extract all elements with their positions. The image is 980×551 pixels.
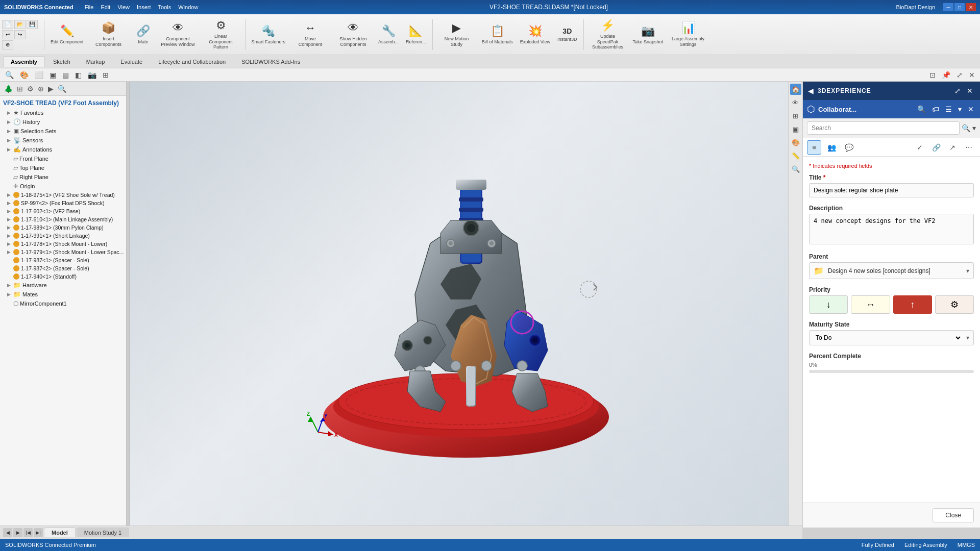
viewport[interactable]: Z X Y 🏠 👁 ⊞ ▣ 🎨 📏 🔍 <box>130 82 802 528</box>
undo-button[interactable]: ↩ <box>2 30 13 39</box>
tab-sketch[interactable]: Sketch <box>45 56 78 67</box>
configurations-icon[interactable]: ⚙ <box>26 84 35 94</box>
tree-item-mirror[interactable]: ▶ ⬡ MirrorComponent1 <box>5 299 126 308</box>
rp-close-button[interactable]: ✕ <box>965 86 975 96</box>
snap-button[interactable]: ⊕ <box>2 40 13 49</box>
toolbar-mate[interactable]: 🔗 Mate <box>131 16 156 53</box>
toolbar-component-preview[interactable]: 👁 Component Preview Window <box>157 16 199 53</box>
tree-item-part4[interactable]: ▶ 1-17-610<1> (Main Linkage Assembly) <box>5 215 126 223</box>
tab-evaluate[interactable]: Evaluate <box>113 56 150 67</box>
vs-view-icon[interactable]: 👁 <box>790 97 801 108</box>
tree-item-right-plane[interactable]: ▶ ▱ Right Plane <box>5 172 126 182</box>
sec-section-icon[interactable]: ◧ <box>73 70 84 80</box>
tree-item-part3[interactable]: ▶ 1-17-602<1> (VF2 Base) <box>5 207 126 215</box>
tree-item-part7[interactable]: ▶ 1-17-978<1> (Shock Mount - Lower) <box>5 240 126 248</box>
tab-nav-first[interactable]: |◀ <box>23 528 33 537</box>
new-button[interactable]: 📄 <box>2 20 13 29</box>
menu-window[interactable]: Window <box>175 3 201 11</box>
toolbar-instant3d[interactable]: 3D Instant3D <box>554 16 580 53</box>
toolbar-update-speedpak[interactable]: ⚡ Update SpeedPak Subassemblies <box>587 16 629 53</box>
sec-camera-icon[interactable]: 📷 <box>86 70 99 80</box>
rp-tasks-button[interactable]: ≡ <box>807 140 821 155</box>
tab-lifecycle[interactable]: Lifecycle and Collaboration <box>151 56 233 67</box>
priority-low-button[interactable]: ↓ <box>809 295 848 314</box>
tree-item-part9[interactable]: ▶ 1-17-987<1> (Spacer - Sole) <box>5 256 126 264</box>
toolbar-move-component[interactable]: ↔ Move Component <box>289 16 331 53</box>
maximize-button[interactable]: □ <box>954 3 965 11</box>
rp-collapse-button[interactable]: ◀ <box>808 87 814 95</box>
tab-assembly[interactable]: Assembly <box>3 56 45 67</box>
tree-item-hardware[interactable]: ▶ 📁 Hardware <box>5 281 126 290</box>
toolbar-edit-component[interactable]: ✏️ Edit Component <box>47 16 87 53</box>
vs-appearance-icon[interactable]: 🎨 <box>790 137 801 148</box>
toolbar-snapshot[interactable]: 📷 Take Snapshot <box>630 16 667 53</box>
bottom-tab-model[interactable]: Model <box>44 528 76 537</box>
toolbar-insert-components[interactable]: 📦 Insert Components <box>88 16 130 53</box>
sec-maximize-icon[interactable]: ⤢ <box>954 70 965 80</box>
search-filter-button[interactable]: ▾ <box>972 124 976 132</box>
vs-measure-icon[interactable]: 📏 <box>790 150 801 161</box>
search-submit-button[interactable]: 🔍 <box>962 124 970 132</box>
priority-medium-button[interactable]: ↔ <box>851 295 890 314</box>
toolbar-motion-study[interactable]: ▶ New Motion Study <box>436 16 478 53</box>
propertymanager-icon[interactable]: ⊞ <box>16 84 24 94</box>
close-button[interactable]: Close <box>933 508 974 522</box>
menu-file[interactable]: File <box>82 3 97 11</box>
expand-icon[interactable]: ▶ <box>47 84 55 94</box>
rp-search-sub-button[interactable]: 🔍 <box>915 104 928 114</box>
rp-more-button[interactable]: ⋯ <box>962 140 976 155</box>
sec-restore-icon[interactable]: ⊡ <box>927 70 938 80</box>
tree-item-annotations[interactable]: ▶ ✍ Annotations <box>5 145 126 154</box>
menu-edit[interactable]: Edit <box>97 3 113 11</box>
tree-item-part5[interactable]: ▶ 1-17-989<1> (30mm Pylon Clamp) <box>5 223 126 232</box>
toolbar-exploded-view[interactable]: 💥 Exploded View <box>517 16 553 53</box>
sec-close-icon[interactable]: ✕ <box>967 70 977 80</box>
tree-item-front-plane[interactable]: ▶ ▱ Front Plane <box>5 154 126 163</box>
toolbar-smart-fasteners[interactable]: 🔩 Smart Fasteners <box>249 16 289 53</box>
tree-item-top-plane[interactable]: ▶ ▱ Top Plane <box>5 163 126 172</box>
tree-item-part10[interactable]: ▶ 1-17-987<2> (Spacer - Sole) <box>5 264 126 272</box>
save-button[interactable]: 💾 <box>27 20 38 29</box>
window-close-button[interactable]: ✕ <box>966 3 976 11</box>
menu-view[interactable]: View <box>114 3 133 11</box>
priority-critical-button[interactable]: ⚙ <box>935 295 974 314</box>
tree-item-part8[interactable]: ▶ 1-17-979<1> (Shock Mount - Lower Spac.… <box>5 248 126 256</box>
parent-selector[interactable]: 📁 Design 4 new soles [concept designs] ▾ <box>809 262 974 279</box>
tab-addins[interactable]: SOLIDWORKS Add-Ins <box>234 56 308 67</box>
toolbar-assembly[interactable]: 🔧 Assemb... <box>375 16 402 53</box>
priority-high-button[interactable]: ↑ <box>893 295 932 314</box>
toolbar-bom[interactable]: 📋 Bill of Materials <box>479 16 516 53</box>
tree-item-mates[interactable]: ▶ 📁 Mates <box>5 290 126 299</box>
redo-button[interactable]: ↪ <box>14 30 26 39</box>
menu-tools[interactable]: Tools <box>155 3 175 11</box>
open-button[interactable]: 📂 <box>14 20 26 29</box>
tree-item-selection-sets[interactable]: ▶ ▣ Selection Sets <box>5 127 126 136</box>
rp-menu-button[interactable]: ☰ <box>943 104 954 114</box>
search-input[interactable] <box>807 121 960 135</box>
sec-search-icon[interactable]: 🔍 <box>3 70 16 80</box>
vs-home-icon[interactable]: 🏠 <box>790 84 801 95</box>
rp-people-button[interactable]: 👥 <box>824 140 839 155</box>
rp-share-button[interactable]: ↗ <box>945 140 960 155</box>
tab-markup[interactable]: Markup <box>79 56 113 67</box>
plus-icon[interactable]: ⊕ <box>37 84 45 94</box>
sec-appearance-icon[interactable]: 🎨 <box>18 70 31 80</box>
sec-display-icon[interactable]: ⬜ <box>33 70 45 80</box>
menu-insert[interactable]: Insert <box>134 3 154 11</box>
sec-layout-icon[interactable]: ⊞ <box>101 70 111 80</box>
tree-item-origin[interactable]: ▶ ✛ Origin <box>5 182 126 191</box>
rp-link-button[interactable]: 🔗 <box>929 140 943 155</box>
filter-icon[interactable]: 🔍 <box>57 84 67 94</box>
toolbar-show-hidden[interactable]: 👁 Show Hidden Components <box>332 16 374 53</box>
bottom-tab-motion-study[interactable]: Motion Study 1 <box>77 528 129 537</box>
tree-item-part11[interactable]: ▶ 1-17-940<1> (Standoff) <box>5 272 126 281</box>
vs-display-icon[interactable]: ▣ <box>790 123 801 135</box>
tree-item-sensors[interactable]: ▶ 📡 Sensors <box>5 136 126 145</box>
rp-tag-button[interactable]: 🏷 <box>930 104 941 114</box>
vs-search-icon[interactable]: 🔍 <box>790 163 801 174</box>
sec-view-icon[interactable]: ▤ <box>60 70 71 80</box>
tree-root[interactable]: VF2-SHOE TREAD (VF2 Foot Assembly) <box>0 98 126 108</box>
rp-chevron-down-button[interactable]: ▾ <box>956 104 964 114</box>
rp-panel-close-x[interactable]: ✕ <box>966 104 976 114</box>
toolbar-large-assembly[interactable]: 📊 Large Assembly Settings <box>667 16 709 53</box>
